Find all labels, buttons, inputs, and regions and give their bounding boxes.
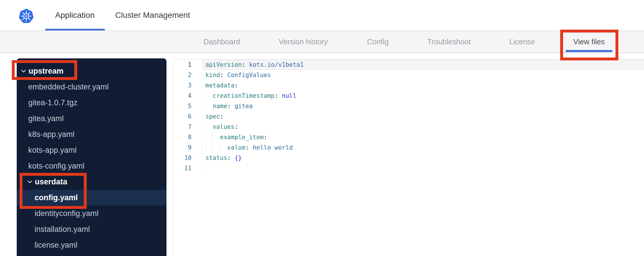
token-punc: : [234,123,238,130]
tree-file-gitea-1.0.7.tgz[interactable]: gitea-1.0.7.tgz [17,95,166,111]
token-key: spec [205,113,220,120]
code-line-text: spec: [202,111,644,122]
tree-file-config.yaml[interactable]: config.yaml [17,190,166,206]
tree-file-installation.yaml[interactable]: installation.yaml [17,221,166,237]
code-line: 1apiVersion: kots.io/v1beta1 [173,60,644,70]
tree-file-k8s-app.yaml[interactable]: k8s-app.yaml [17,127,166,142]
token-key: apiVersion [205,61,242,68]
tree-file-kots-app.yaml[interactable]: kots-app.yaml [17,142,166,158]
code-line-text: apiVersion: kots.io/v1beta1 [202,60,644,70]
active-tab-underline [45,29,105,30]
token-key: metadata [205,82,234,89]
app-subnav: Dashboard Version history Config Trouble… [0,31,644,53]
token-punc: : [234,82,238,89]
view-files-active-underline [566,50,612,52]
tree-file-identityconfig.yaml[interactable]: identityconfig.yaml [17,206,166,221]
code-line: 8 example_item: [173,132,644,142]
file-content-editor[interactable]: 1apiVersion: kots.io/v1beta12kind: Confi… [173,59,644,256]
indent-guide [205,92,206,100]
line-number: 3 [173,80,202,91]
code-line-text: example_item: [202,132,644,142]
chevron-down-icon[interactable] [27,180,35,184]
indent-guide [213,144,213,152]
tree-item-label: kots-app.yaml [28,146,77,155]
code-line-text: values: [202,122,644,132]
token-punc: : [220,72,224,79]
line-number: 2 [173,70,202,80]
token-const: null [278,92,296,99]
token-key: kind [205,72,220,79]
code-line-text: metadata: [202,80,644,91]
token-punc: : [227,103,231,110]
subnav-license[interactable]: License [509,31,535,53]
app-header: Application Cluster Management [0,0,644,31]
token-key: values [205,123,234,130]
token-punc: : [227,154,231,161]
tree-item-label: gitea.yaml [28,114,64,123]
tree-item-label: kots-config.yaml [28,162,84,171]
subnav-troubleshoot[interactable]: Troubleshoot [427,31,471,53]
tree-folder-userdata[interactable]: userdata [17,174,166,190]
token-key: value [205,144,245,151]
tree-file-embedded-cluster.yaml[interactable]: embedded-cluster.yaml [17,79,166,95]
indent-guide [205,133,206,141]
file-tree-sidebar: upstreamembedded-cluster.yamlgitea-1.0.7… [17,58,166,256]
token-key: name [205,103,227,110]
line-number: 1 [173,60,202,70]
tree-item-label: k8s-app.yaml [28,130,75,139]
line-number: 5 [173,101,202,111]
subnav-view-files[interactable]: View files [573,31,605,53]
tree-item-label: upstream [29,67,64,76]
token-punc: : [245,144,249,151]
indent-guide [205,144,206,152]
code-line-text: value: hello world [202,142,644,153]
indent-guide [213,133,213,141]
token-str: ConfigValues [223,72,271,79]
token-str: kots.io/v1beta1 [245,61,304,68]
line-number: 8 [173,132,202,142]
kubernetes-logo-icon [18,8,34,24]
code-line: 3metadata: [173,80,644,91]
token-const: {} [231,154,242,161]
code-line: 9 value: hello world [173,142,644,153]
subnav-version-history[interactable]: Version history [279,31,328,53]
tab-cluster-management[interactable]: Cluster Management [113,0,192,30]
code-line-text: creationTimestamp: null [202,91,644,101]
code-line: 6spec: [173,111,644,122]
code-line-text: kind: ConfigValues [202,70,644,80]
token-punc: : [274,92,278,99]
subnav-dashboard[interactable]: Dashboard [203,31,240,53]
tree-item-label: embedded-cluster.yaml [28,83,109,91]
chevron-down-icon[interactable] [21,70,29,73]
line-number: 4 [173,91,202,101]
tab-application[interactable]: Application [46,0,104,30]
token-punc: : [264,134,267,141]
code-line-text: name: gitea [202,101,644,111]
subnav-config[interactable]: Config [367,31,389,53]
code-line-text: status: {} [202,153,644,163]
indent-guide [205,123,206,131]
indent-guide [220,144,220,152]
line-number: 9 [173,142,202,153]
line-number: 11 [173,163,202,173]
code-line-text [202,163,644,173]
token-str: gitea [231,103,253,110]
token-key: status [205,154,227,161]
token-punc: : [242,61,245,68]
tree-item-label: gitea-1.0.7.tgz [28,98,77,107]
tree-file-gitea.yaml[interactable]: gitea.yaml [17,111,166,127]
token-key: creationTimestamp [205,92,274,99]
code-line: 2kind: ConfigValues [173,70,644,80]
kots-admin-console: Application Cluster Management Dashboard… [0,0,644,256]
line-number: 10 [173,153,202,163]
tree-file-license.yaml[interactable]: license.yaml [17,237,166,253]
token-punc: : [220,113,224,120]
code-line: 11 [173,163,644,173]
tree-item-label: userdata [35,177,67,186]
tree-folder-upstream[interactable]: upstream [17,63,166,79]
line-number: 7 [173,122,202,132]
tree-item-label: installation.yaml [35,225,90,234]
tree-item-label: license.yaml [35,241,77,250]
tree-file-kots-config.yaml[interactable]: kots-config.yaml [17,158,166,174]
tree-item-label: identityconfig.yaml [35,209,99,218]
